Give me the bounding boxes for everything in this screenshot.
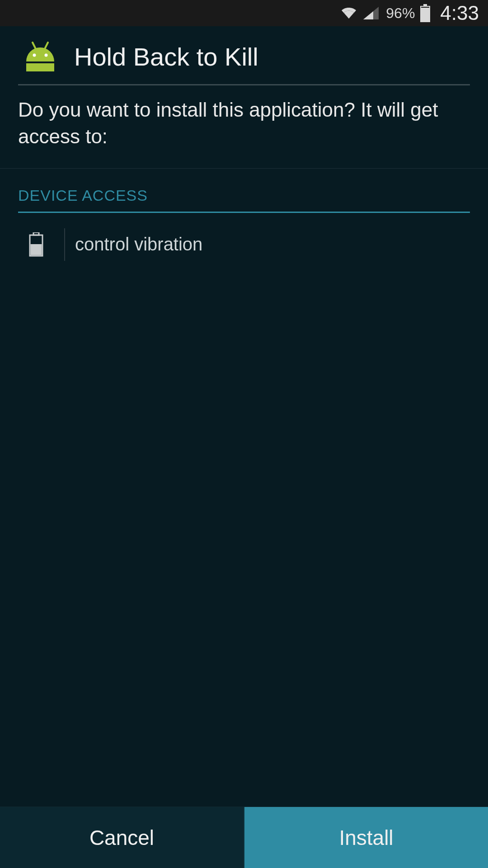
app-title: Hold Back to Kill (74, 42, 258, 71)
section-title: DEVICE ACCESS (18, 187, 470, 209)
wifi-icon (340, 6, 358, 20)
install-button[interactable]: Install (244, 807, 488, 868)
svg-rect-6 (26, 61, 54, 63)
svg-rect-11 (31, 244, 42, 255)
permission-row: control vibration (18, 213, 470, 261)
svg-point-8 (45, 54, 48, 57)
android-app-icon (23, 42, 58, 71)
app-header: Hold Back to Kill (0, 26, 488, 71)
status-bar: 96% 4:33 (0, 0, 488, 26)
clock: 4:33 (440, 2, 479, 24)
cancel-button[interactable]: Cancel (0, 807, 244, 868)
permissions-section: DEVICE ACCESS control vibration (0, 169, 488, 261)
svg-point-7 (33, 54, 36, 57)
battery-icon (419, 4, 431, 22)
svg-rect-1 (420, 6, 430, 22)
cellular-signal-icon (362, 6, 380, 20)
permission-label: control vibration (75, 234, 202, 255)
battery-percent: 96% (386, 5, 415, 22)
svg-rect-0 (423, 4, 427, 6)
install-prompt: Do you want to install this application?… (0, 85, 488, 168)
svg-rect-2 (421, 7, 429, 8)
battery-permission-icon (18, 232, 54, 257)
button-bar: Cancel Install (0, 807, 488, 868)
permission-divider (64, 228, 65, 261)
content-spacer (0, 261, 488, 807)
